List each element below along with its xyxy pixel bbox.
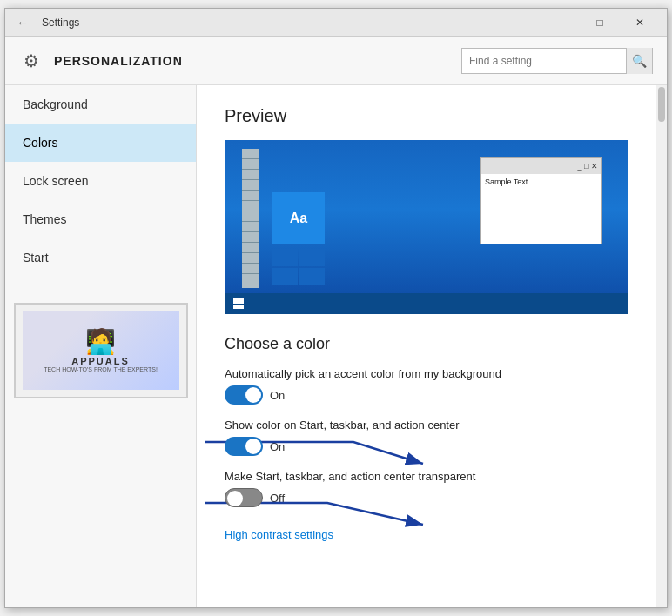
toggle-row-transparent: Off xyxy=(225,488,628,507)
search-box[interactable]: 🔍 xyxy=(461,48,653,74)
sidebar-item-colors[interactable]: Colors xyxy=(5,124,196,162)
header: ⚙ PERSONALIZATION 🔍 xyxy=(5,37,667,85)
title-bar-nav: ← Settings xyxy=(12,12,79,33)
preview-start-button xyxy=(232,297,245,311)
toggle-state-start-color: On xyxy=(270,440,285,453)
preview-taskbar xyxy=(225,293,628,314)
toggle-section-start-color: Show color on Start, taskbar, and action… xyxy=(225,418,628,456)
appuals-logo: 🧑‍💻 APPUALS TECH HOW-TO'S FROM THE EXPER… xyxy=(14,303,188,398)
choose-color-title: Choose a color xyxy=(225,335,628,353)
search-icon[interactable]: 🔍 xyxy=(626,48,652,74)
toggle-state-transparent: Off xyxy=(270,492,285,505)
settings-icon: ⚙ xyxy=(19,49,44,73)
toggle-label-accent: Automatically pick an accent color from … xyxy=(225,367,628,380)
toggle-section-transparent: Make Start, taskbar, and action center t… xyxy=(225,470,628,507)
preview-window-titlebar: _ □ ✕ xyxy=(481,158,601,174)
window-controls: ─ □ ✕ xyxy=(540,9,660,37)
back-button[interactable]: ← xyxy=(12,12,33,33)
watermark-tagline: TECH HOW-TO'S FROM THE EXPERTS! xyxy=(44,366,158,372)
content-area: Background Colors Lock screen Themes Sta… xyxy=(5,85,667,607)
preview-tiles xyxy=(272,249,325,285)
toggle-accent[interactable] xyxy=(225,385,263,405)
toggle-start-color[interactable] xyxy=(225,437,263,456)
scrollbar-thumb[interactable] xyxy=(658,87,665,122)
main-content: Preview xyxy=(197,85,656,607)
app-title: PERSONALIZATION xyxy=(54,54,183,68)
preview-window-body: Sample Text xyxy=(481,174,601,190)
scrollbar[interactable] xyxy=(656,85,667,607)
sidebar-item-lock-screen[interactable]: Lock screen xyxy=(5,162,196,200)
search-input[interactable] xyxy=(462,55,626,67)
preview-window: _ □ ✕ Sample Text xyxy=(480,157,602,244)
window-title: Settings xyxy=(42,17,79,29)
toggle-label-transparent: Make Start, taskbar, and action center t… xyxy=(225,470,628,483)
toggle-label-start-color: Show color on Start, taskbar, and action… xyxy=(225,418,628,432)
preview-tile xyxy=(299,268,325,285)
toggle-knob-transparent xyxy=(227,491,243,506)
sidebar-item-background[interactable]: Background xyxy=(5,85,196,124)
sidebar-item-themes[interactable]: Themes xyxy=(5,200,196,238)
sidebar-item-start[interactable]: Start xyxy=(5,238,196,277)
toggle-row-start-color: On xyxy=(225,437,628,456)
toggle-row-accent: On xyxy=(225,385,628,405)
sidebar: Background Colors Lock screen Themes Sta… xyxy=(5,85,197,607)
preview-desktop: Aa _ □ ✕ xyxy=(225,140,628,314)
maximize-button[interactable]: □ xyxy=(580,9,620,37)
watermark-brand: APPUALS xyxy=(71,356,130,366)
toggle-knob-accent xyxy=(245,387,261,403)
settings-window: ← Settings ─ □ ✕ ⚙ PERSONALIZATION 🔍 Bac… xyxy=(4,8,668,608)
toggle-state-accent: On xyxy=(270,389,285,402)
watermark-image: 🧑‍💻 APPUALS TECH HOW-TO'S FROM THE EXPER… xyxy=(23,311,179,390)
preview-box: Aa _ □ ✕ xyxy=(225,140,628,314)
close-button[interactable]: ✕ xyxy=(620,9,660,37)
preview-aa-box: Aa xyxy=(272,192,325,244)
toggle-section-accent: Automatically pick an accent color from … xyxy=(225,367,628,405)
preview-title: Preview xyxy=(225,106,628,126)
toggle-knob-start-color xyxy=(245,439,261,454)
toggle-transparent[interactable] xyxy=(225,488,263,507)
sidebar-watermark: 🧑‍💻 APPUALS TECH HOW-TO'S FROM THE EXPER… xyxy=(5,294,196,407)
high-contrast-link[interactable]: High contrast settings xyxy=(225,528,333,541)
preview-tile xyxy=(272,268,298,285)
title-bar: ← Settings ─ □ ✕ xyxy=(5,9,667,37)
preview-start-icon xyxy=(233,298,244,309)
watermark-person-icon: 🧑‍💻 xyxy=(85,329,116,356)
preview-tile xyxy=(272,249,298,266)
minimize-button[interactable]: ─ xyxy=(540,9,580,37)
preview-ruler xyxy=(242,149,259,288)
preview-tile xyxy=(299,249,325,266)
